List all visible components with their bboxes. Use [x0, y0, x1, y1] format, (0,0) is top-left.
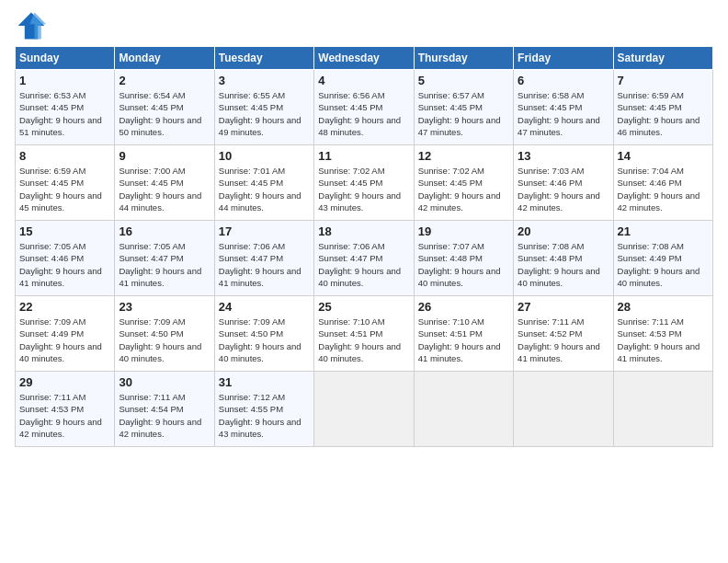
day-number: 21	[618, 224, 709, 238]
day-number: 4	[318, 74, 409, 87]
day-info: Sunrise: 7:11 AM Sunset: 4:53 PM Dayligh…	[618, 316, 709, 364]
calendar-week-3: 15Sunrise: 7:05 AM Sunset: 4:46 PM Dayli…	[16, 221, 713, 296]
calendar-cell: 29Sunrise: 7:11 AM Sunset: 4:53 PM Dayli…	[16, 372, 115, 447]
col-monday: Monday	[115, 47, 214, 70]
day-info: Sunrise: 7:01 AM Sunset: 4:45 PM Dayligh…	[219, 165, 310, 213]
day-number: 5	[418, 74, 509, 87]
day-info: Sunrise: 7:06 AM Sunset: 4:47 PM Dayligh…	[219, 240, 310, 289]
day-number: 10	[219, 149, 310, 163]
day-number: 20	[518, 224, 609, 238]
calendar-cell: 1Sunrise: 6:53 AM Sunset: 4:45 PM Daylig…	[16, 70, 115, 145]
day-number: 29	[19, 375, 110, 389]
col-tuesday: Tuesday	[214, 47, 313, 70]
day-number: 22	[19, 300, 110, 314]
day-info: Sunrise: 7:10 AM Sunset: 4:51 PM Dayligh…	[318, 316, 409, 364]
col-friday: Friday	[514, 47, 613, 70]
calendar-cell: 31Sunrise: 7:12 AM Sunset: 4:55 PM Dayli…	[214, 372, 313, 447]
calendar-cell	[314, 372, 414, 447]
calendar-cell: 24Sunrise: 7:09 AM Sunset: 4:50 PM Dayli…	[214, 296, 313, 372]
day-info: Sunrise: 7:09 AM Sunset: 4:50 PM Dayligh…	[119, 316, 210, 364]
day-info: Sunrise: 7:09 AM Sunset: 4:49 PM Dayligh…	[19, 316, 110, 364]
calendar-header: Sunday Monday Tuesday Wednesday Thursday…	[16, 47, 713, 70]
calendar-cell: 30Sunrise: 7:11 AM Sunset: 4:54 PM Dayli…	[115, 372, 214, 447]
day-number: 1	[19, 74, 110, 87]
day-info: Sunrise: 7:12 AM Sunset: 4:55 PM Dayligh…	[219, 391, 310, 440]
day-number: 17	[219, 224, 310, 238]
day-info: Sunrise: 7:06 AM Sunset: 4:47 PM Dayligh…	[318, 240, 409, 289]
day-number: 31	[219, 375, 310, 389]
calendar-cell: 26Sunrise: 7:10 AM Sunset: 4:51 PM Dayli…	[414, 296, 513, 372]
day-number: 16	[119, 224, 210, 238]
col-saturday: Saturday	[613, 47, 712, 70]
day-number: 11	[318, 149, 409, 163]
calendar-cell: 9Sunrise: 7:00 AM Sunset: 4:45 PM Daylig…	[115, 145, 214, 221]
calendar-cell: 3Sunrise: 6:55 AM Sunset: 4:45 PM Daylig…	[214, 70, 313, 145]
calendar-cell: 19Sunrise: 7:07 AM Sunset: 4:48 PM Dayli…	[414, 221, 513, 296]
header-row: Sunday Monday Tuesday Wednesday Thursday…	[16, 47, 713, 70]
day-info: Sunrise: 6:59 AM Sunset: 4:45 PM Dayligh…	[618, 89, 709, 138]
day-info: Sunrise: 7:10 AM Sunset: 4:51 PM Dayligh…	[418, 316, 509, 364]
col-wednesday: Wednesday	[314, 47, 414, 70]
day-number: 30	[119, 375, 210, 389]
calendar-cell: 28Sunrise: 7:11 AM Sunset: 4:53 PM Dayli…	[613, 296, 712, 372]
calendar-cell: 10Sunrise: 7:01 AM Sunset: 4:45 PM Dayli…	[214, 145, 313, 221]
day-info: Sunrise: 7:08 AM Sunset: 4:49 PM Dayligh…	[618, 240, 709, 289]
calendar-cell: 13Sunrise: 7:03 AM Sunset: 4:46 PM Dayli…	[514, 145, 613, 221]
day-info: Sunrise: 7:11 AM Sunset: 4:54 PM Dayligh…	[119, 391, 210, 440]
calendar-cell: 16Sunrise: 7:05 AM Sunset: 4:47 PM Dayli…	[115, 221, 214, 296]
logo	[15, 9, 51, 42]
calendar-cell: 8Sunrise: 6:59 AM Sunset: 4:45 PM Daylig…	[16, 145, 115, 221]
main-container: Sunday Monday Tuesday Wednesday Thursday…	[0, 0, 728, 454]
day-info: Sunrise: 7:05 AM Sunset: 4:47 PM Dayligh…	[119, 240, 210, 289]
day-info: Sunrise: 7:09 AM Sunset: 4:50 PM Dayligh…	[219, 316, 310, 364]
day-number: 12	[418, 149, 509, 163]
calendar-table: Sunday Monday Tuesday Wednesday Thursday…	[15, 46, 713, 447]
calendar-cell: 14Sunrise: 7:04 AM Sunset: 4:46 PM Dayli…	[613, 145, 712, 221]
header	[15, 9, 713, 42]
day-info: Sunrise: 7:08 AM Sunset: 4:48 PM Dayligh…	[518, 240, 609, 289]
calendar-cell: 22Sunrise: 7:09 AM Sunset: 4:49 PM Dayli…	[16, 296, 115, 372]
day-info: Sunrise: 7:00 AM Sunset: 4:45 PM Dayligh…	[119, 165, 210, 213]
logo-icon	[15, 9, 48, 42]
day-info: Sunrise: 7:02 AM Sunset: 4:45 PM Dayligh…	[318, 165, 409, 213]
calendar-cell	[613, 372, 712, 447]
calendar-cell: 17Sunrise: 7:06 AM Sunset: 4:47 PM Dayli…	[214, 221, 313, 296]
day-number: 14	[618, 149, 709, 163]
day-info: Sunrise: 7:03 AM Sunset: 4:46 PM Dayligh…	[518, 165, 609, 213]
day-number: 23	[119, 300, 210, 314]
day-number: 25	[318, 300, 409, 314]
day-info: Sunrise: 7:11 AM Sunset: 4:53 PM Dayligh…	[19, 391, 110, 440]
calendar-cell: 20Sunrise: 7:08 AM Sunset: 4:48 PM Dayli…	[514, 221, 613, 296]
calendar-cell: 2Sunrise: 6:54 AM Sunset: 4:45 PM Daylig…	[115, 70, 214, 145]
calendar-week-2: 8Sunrise: 6:59 AM Sunset: 4:45 PM Daylig…	[16, 145, 713, 221]
calendar-body: 1Sunrise: 6:53 AM Sunset: 4:45 PM Daylig…	[16, 70, 713, 447]
day-number: 18	[318, 224, 409, 238]
calendar-cell: 25Sunrise: 7:10 AM Sunset: 4:51 PM Dayli…	[314, 296, 414, 372]
col-sunday: Sunday	[16, 47, 115, 70]
calendar-cell: 11Sunrise: 7:02 AM Sunset: 4:45 PM Dayli…	[314, 145, 414, 221]
day-number: 6	[518, 74, 609, 87]
day-number: 19	[418, 224, 509, 238]
day-info: Sunrise: 6:57 AM Sunset: 4:45 PM Dayligh…	[418, 89, 509, 138]
calendar-cell: 4Sunrise: 6:56 AM Sunset: 4:45 PM Daylig…	[314, 70, 414, 145]
day-info: Sunrise: 6:59 AM Sunset: 4:45 PM Dayligh…	[19, 165, 110, 213]
day-info: Sunrise: 7:04 AM Sunset: 4:46 PM Dayligh…	[618, 165, 709, 213]
day-number: 2	[119, 74, 210, 87]
day-number: 7	[618, 74, 709, 87]
day-info: Sunrise: 7:05 AM Sunset: 4:46 PM Dayligh…	[19, 240, 110, 289]
calendar-week-4: 22Sunrise: 7:09 AM Sunset: 4:49 PM Dayli…	[16, 296, 713, 372]
day-info: Sunrise: 7:02 AM Sunset: 4:45 PM Dayligh…	[418, 165, 509, 213]
calendar-cell	[514, 372, 613, 447]
calendar-cell: 21Sunrise: 7:08 AM Sunset: 4:49 PM Dayli…	[613, 221, 712, 296]
calendar-cell: 27Sunrise: 7:11 AM Sunset: 4:52 PM Dayli…	[514, 296, 613, 372]
calendar-cell: 5Sunrise: 6:57 AM Sunset: 4:45 PM Daylig…	[414, 70, 513, 145]
day-info: Sunrise: 7:11 AM Sunset: 4:52 PM Dayligh…	[518, 316, 609, 364]
day-number: 26	[418, 300, 509, 314]
day-info: Sunrise: 7:07 AM Sunset: 4:48 PM Dayligh…	[418, 240, 509, 289]
calendar-cell: 23Sunrise: 7:09 AM Sunset: 4:50 PM Dayli…	[115, 296, 214, 372]
calendar-cell	[414, 372, 513, 447]
calendar-cell: 12Sunrise: 7:02 AM Sunset: 4:45 PM Dayli…	[414, 145, 513, 221]
day-info: Sunrise: 6:58 AM Sunset: 4:45 PM Dayligh…	[518, 89, 609, 138]
calendar-week-1: 1Sunrise: 6:53 AM Sunset: 4:45 PM Daylig…	[16, 70, 713, 145]
day-number: 13	[518, 149, 609, 163]
